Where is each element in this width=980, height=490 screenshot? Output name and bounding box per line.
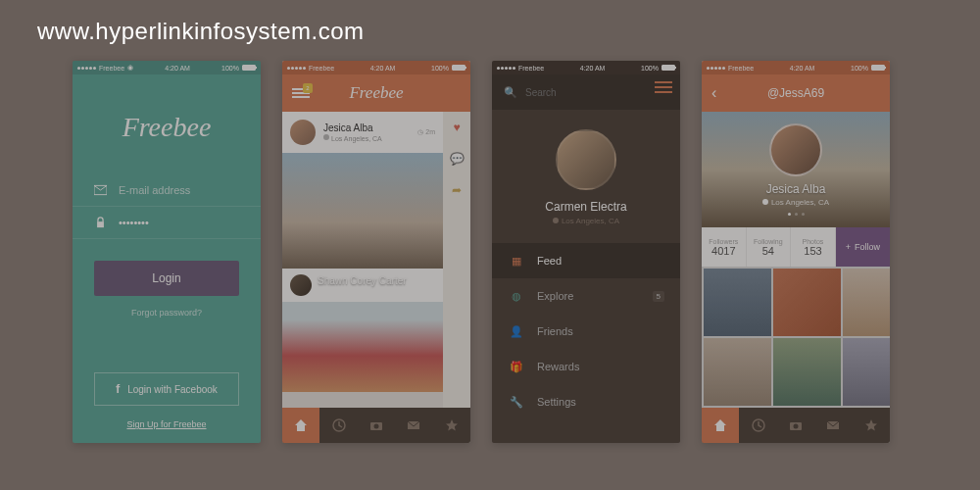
watermark-text: www.hyperlinkinfosystem.com <box>37 18 365 45</box>
wifi-icon: ◉ <box>127 64 133 72</box>
post-actions: ♥ 💬 ➦ <box>443 112 470 408</box>
plus-icon: + <box>846 242 851 252</box>
photo-thumb[interactable] <box>843 269 890 336</box>
status-bar: Freebee 4:20 AM 100% <box>282 61 470 74</box>
tab-bar <box>282 408 470 443</box>
profile-name: Jesica Alba <box>766 182 826 196</box>
comment-button[interactable]: 💬 <box>443 143 470 174</box>
lock-icon <box>94 217 107 228</box>
app-logo: Freebee <box>73 112 261 143</box>
tab-favorites[interactable] <box>853 408 890 443</box>
profile-header: ‹ @JessA69 <box>702 74 890 112</box>
profile-hero: Jesica Alba Los Angeles, CA <box>702 112 890 227</box>
search-icon: 🔍 <box>504 86 517 99</box>
photo-thumb[interactable] <box>773 269 841 336</box>
post-image[interactable] <box>282 153 443 269</box>
pin-icon <box>762 199 768 207</box>
pin-icon <box>318 287 323 295</box>
post-time: ◷ 2m <box>417 128 435 136</box>
globe-icon: ◍ <box>510 289 523 303</box>
gift-icon: 🎁 <box>510 360 523 373</box>
like-button[interactable]: ♥ <box>443 112 470 143</box>
tab-inbox[interactable] <box>814 408 852 443</box>
menu-close-button[interactable] <box>655 78 672 96</box>
status-bar: Freebee 4:20 AM 100% <box>492 61 680 74</box>
avatar[interactable] <box>769 123 822 176</box>
photo-thumb[interactable] <box>704 338 771 406</box>
header-logo: Freebee <box>349 83 403 103</box>
user-icon: 👤 <box>510 324 523 338</box>
stats-row: Followers4017 Following54 Photos153 +Fol… <box>702 227 890 267</box>
profile-location: Los Angeles, CA <box>762 198 829 207</box>
post-image[interactable] <box>282 302 443 392</box>
signup-link[interactable]: Sign Up for Freebee <box>73 419 261 429</box>
status-bar: Freebee 4:20 AM 100% <box>702 61 890 74</box>
svg-rect-1 <box>97 221 104 227</box>
profile-screen: Freebee 4:20 AM 100% ‹ @JessA69 Jesica A… <box>702 61 890 443</box>
mail-icon <box>94 184 107 196</box>
share-button[interactable]: ➦ <box>443 174 470 206</box>
tab-bar <box>702 408 890 443</box>
stat-followers[interactable]: Followers4017 <box>702 227 747 267</box>
follow-button[interactable]: +Follow <box>836 227 890 267</box>
photo-thumb[interactable] <box>704 269 771 336</box>
pin-icon <box>553 218 559 225</box>
post-header[interactable]: Shawn Corey Carter Brooklyn, NY <box>282 269 443 302</box>
tab-home[interactable] <box>282 408 319 443</box>
facebook-login-button[interactable]: fLogin with Facebook <box>94 372 239 406</box>
svg-point-4 <box>374 424 379 429</box>
menu-item-explore[interactable]: ◍Explore5 <box>492 278 680 314</box>
profile-location: Los Angeles, CA <box>492 217 680 225</box>
menu-screen: Freebee 4:20 AM 100% 🔍 Carmen Electra Lo… <box>492 61 680 443</box>
email-input[interactable] <box>119 184 239 196</box>
menu-button[interactable]: 2 <box>292 86 310 100</box>
menu-item-rewards[interactable]: 🎁Rewards <box>492 349 680 384</box>
back-button[interactable]: ‹ <box>711 84 716 102</box>
tab-inbox[interactable] <box>395 408 432 443</box>
tab-camera[interactable] <box>358 408 395 443</box>
tab-recent[interactable] <box>739 408 776 443</box>
feed-icon: ▦ <box>510 254 523 268</box>
tab-favorites[interactable] <box>433 408 470 443</box>
tab-camera[interactable] <box>777 408 814 443</box>
post-author: Shawn Corey Carter <box>318 275 435 286</box>
post-location: Los Angeles, CA <box>323 134 410 142</box>
profile-name: Carmen Electra <box>492 200 680 214</box>
drawer-profile[interactable]: Carmen Electra Los Angeles, CA <box>492 110 680 243</box>
post-header[interactable]: Jesica Alba Los Angeles, CA ◷ 2m <box>282 112 443 153</box>
menu-badge: 5 <box>653 291 664 302</box>
pin-icon <box>323 134 329 142</box>
photo-thumb[interactable] <box>843 338 890 406</box>
stat-following[interactable]: Following54 <box>747 227 792 267</box>
avatar[interactable] <box>290 274 312 296</box>
avatar[interactable] <box>556 129 616 190</box>
search-bar[interactable]: 🔍 <box>492 74 680 110</box>
page-indicator <box>788 213 805 216</box>
profile-handle: @JessA69 <box>767 86 824 100</box>
menu-item-feed[interactable]: ▦Feed <box>492 243 680 278</box>
notification-badge: 2 <box>303 83 313 93</box>
stat-photos[interactable]: Photos153 <box>791 227 836 267</box>
login-button[interactable]: Login <box>94 261 239 296</box>
password-input[interactable] <box>119 217 239 228</box>
post-location: Brooklyn, NY <box>318 287 435 295</box>
photo-grid <box>702 267 890 408</box>
login-screen: Freebee◉ 4:20 AM 100% Freebee Login Forg… <box>73 61 261 443</box>
tab-home[interactable] <box>702 408 739 443</box>
menu-list: ▦Feed ◍Explore5 👤Friends 🎁Rewards 🔧Setti… <box>492 243 680 419</box>
tab-recent[interactable] <box>319 408 357 443</box>
password-field-row[interactable] <box>73 207 261 239</box>
menu-item-settings[interactable]: 🔧Settings <box>492 384 680 419</box>
facebook-icon: f <box>116 382 120 396</box>
menu-item-friends[interactable]: 👤Friends <box>492 314 680 349</box>
status-bar: Freebee◉ 4:20 AM 100% <box>73 61 261 74</box>
wrench-icon: 🔧 <box>510 395 523 409</box>
svg-point-8 <box>794 424 799 429</box>
photo-thumb[interactable] <box>773 338 841 406</box>
forgot-password-link[interactable]: Forgot password? <box>73 308 261 318</box>
avatar[interactable] <box>290 120 316 145</box>
feed-screen: Freebee 4:20 AM 100% 2 Freebee Jesica Al… <box>282 61 470 443</box>
feed-header: 2 Freebee <box>282 74 470 112</box>
search-input[interactable] <box>525 87 668 98</box>
email-field-row[interactable] <box>73 174 261 207</box>
